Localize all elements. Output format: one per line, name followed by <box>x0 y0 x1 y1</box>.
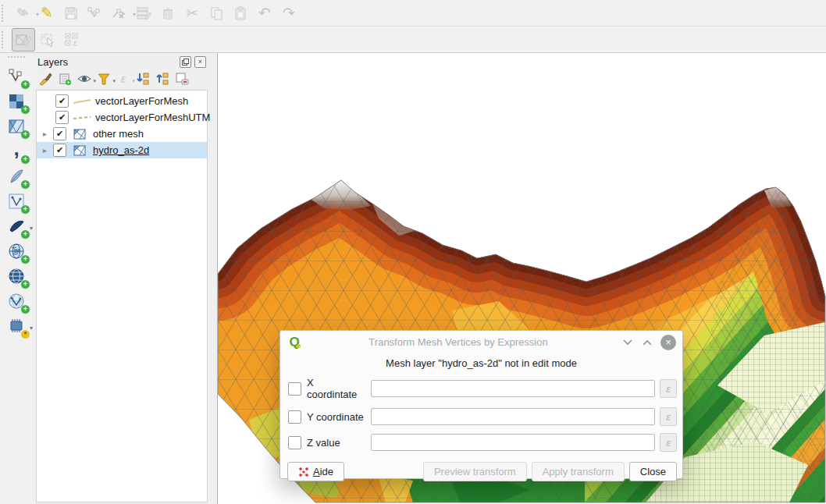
close-dialog-button[interactable]: × <box>660 335 676 350</box>
add-feature-button[interactable] <box>84 2 106 24</box>
layers-panel-toolbar: ▾ ▾ ε ▾ <box>34 69 209 88</box>
filter-legend-button[interactable]: ▾ <box>96 71 112 87</box>
add-wcs-layer-button[interactable]: + <box>5 266 27 286</box>
pencils-icon: ✎ <box>22 9 29 17</box>
collapse-all-button[interactable] <box>155 71 170 87</box>
close-button[interactable]: Close <box>629 462 677 481</box>
current-edits-button[interactable]: ✎ ✎ ▾ <box>12 2 34 24</box>
add-wfs-layer-button[interactable]: + <box>5 291 27 311</box>
unshade-button[interactable] <box>641 336 653 349</box>
toggle-editing-button[interactable]: ✎ <box>36 2 58 24</box>
layer-checkbox[interactable]: ✔ <box>55 111 69 124</box>
transform-mesh-vertices-dialog: Q Transform Mesh Vertices by Expression … <box>279 330 683 479</box>
expand-all-button[interactable] <box>135 71 151 87</box>
layer-row-other-mesh[interactable]: ▸ ✔ other mesh <box>37 126 207 142</box>
manage-visibility-button[interactable]: ▾ <box>77 71 92 87</box>
apply-transform-button[interactable]: Apply transform <box>532 462 625 481</box>
line-symbol <box>73 98 91 105</box>
select-mesh-elements-button[interactable] <box>37 29 59 51</box>
shade-button[interactable] <box>621 336 634 349</box>
layer-checkbox[interactable]: ✔ <box>53 144 66 157</box>
redo-button[interactable]: ↷ <box>278 2 300 24</box>
plus-badge-icon: + <box>21 230 30 239</box>
mesh-pencil-icon <box>15 31 32 48</box>
star-badge-icon: * <box>21 330 30 339</box>
add-spatialite-layer-button[interactable]: + <box>5 166 27 186</box>
help-label: A <box>313 466 320 477</box>
mesh-cursor-icon <box>40 31 57 48</box>
copy-icon <box>208 5 224 21</box>
expander-icon[interactable]: ▸ <box>43 146 49 154</box>
layers-panel: Layers × <box>34 55 209 504</box>
add-group-icon <box>58 72 72 86</box>
digitize-nodes-icon <box>87 5 103 21</box>
paste-features-button[interactable] <box>230 2 251 24</box>
chevron-down-icon: ▾ <box>30 225 33 232</box>
x-coordinate-label: X coordintate <box>307 377 366 400</box>
y-expression-input[interactable] <box>371 408 655 425</box>
mesh-symbol <box>70 144 89 157</box>
plus-badge-icon: + <box>21 130 30 139</box>
layer-row-vectorLayerForMeshUTM[interactable]: ✔ vectorLayerForMeshUTM <box>37 109 207 126</box>
x-coordinate-checkbox[interactable] <box>288 382 301 396</box>
copy-features-button[interactable] <box>205 2 227 24</box>
add-delimited-text-layer-button[interactable]: , + <box>5 141 27 161</box>
add-raster-layer-button[interactable]: + <box>5 91 27 112</box>
chevron-up-icon <box>643 339 652 346</box>
add-group-button[interactable] <box>57 71 73 87</box>
digitize-mesh-elements-button[interactable] <box>12 28 35 51</box>
layer-row-hydro-as-2d[interactable]: ▸ ✔ hydro_as-2d <box>37 142 207 158</box>
transform-mesh-vertices-button[interactable]: ε <box>62 29 84 51</box>
style-manager-button[interactable] <box>37 71 53 87</box>
remove-layer-button[interactable] <box>174 71 190 87</box>
add-wms-layer-button[interactable]: + <box>5 241 27 261</box>
dialog-titlebar[interactable]: Q Transform Mesh Vertices by Expression … <box>280 331 682 353</box>
check-icon: ✔ <box>59 112 66 122</box>
z-value-checkbox[interactable] <box>288 436 301 449</box>
z-expression-input[interactable] <box>371 434 655 451</box>
x-expression-builder-button[interactable]: ε <box>660 379 677 398</box>
layer-checkbox[interactable]: ✔ <box>55 94 69 108</box>
epsilon-icon: ε <box>666 383 671 395</box>
expander-icon[interactable]: ▸ <box>43 130 49 138</box>
toolbar-drag-handle[interactable] <box>2 5 7 22</box>
layer-row-vectorLayerForMesh[interactable]: ✔ vectorLayerForMesh <box>37 93 207 109</box>
close-panel-button[interactable]: × <box>194 56 206 68</box>
layer-tree: ✔ vectorLayerForMesh ✔ vectorLayerForMes… <box>36 90 208 502</box>
epsilon-icon: ε <box>666 437 671 449</box>
add-virtual-layer-button[interactable]: + <box>5 191 27 211</box>
delete-selected-button[interactable] <box>157 2 179 24</box>
toolbar-drag-handle[interactable] <box>8 56 25 62</box>
x-coordinate-row: X coordintate ε <box>288 377 677 400</box>
check-icon: ✔ <box>56 145 63 155</box>
undo-button[interactable]: ↶ <box>254 2 276 24</box>
funnel-icon <box>97 72 111 86</box>
chevron-down-icon <box>623 339 632 346</box>
float-panel-button[interactable] <box>180 56 191 68</box>
preview-transform-button[interactable]: Preview transform <box>423 462 527 481</box>
z-expression-builder-button[interactable]: ε <box>660 433 677 452</box>
plus-badge-icon: + <box>21 255 30 264</box>
cut-features-button[interactable]: ✂ <box>181 2 203 24</box>
save-edits-button[interactable] <box>60 2 82 24</box>
mesh-digitizing-toolbar: ε <box>0 27 826 53</box>
modify-attributes-button[interactable] <box>133 2 155 24</box>
layer-checkbox[interactable]: ✔ <box>53 127 66 140</box>
vertex-tool-button[interactable]: ▾ <box>109 2 130 24</box>
comma-icon: , <box>13 144 19 152</box>
y-expression-builder-button[interactable]: ε <box>660 407 677 426</box>
plus-badge-icon: + <box>21 155 30 164</box>
add-mesh-layer-button[interactable]: + <box>5 116 27 137</box>
filter-by-expression-button[interactable]: ε ▾ <box>116 71 131 87</box>
x-expression-input[interactable] <box>371 380 655 397</box>
layer-name: vectorLayerForMesh <box>95 95 188 107</box>
processing-provider-button[interactable]: * ▾ <box>5 316 27 336</box>
add-arcgis-layer-button[interactable]: + ▾ <box>5 216 27 236</box>
toolbar-drag-handle[interactable] <box>2 31 7 48</box>
clipboard-icon <box>233 5 248 21</box>
y-coordinate-checkbox[interactable] <box>288 410 301 424</box>
check-icon: ✔ <box>56 129 63 139</box>
add-vector-layer-button[interactable]: + <box>5 66 27 87</box>
help-button[interactable]: Aide <box>287 462 344 481</box>
dialog-title: Transform Mesh Vertices by Expression <box>302 336 614 348</box>
